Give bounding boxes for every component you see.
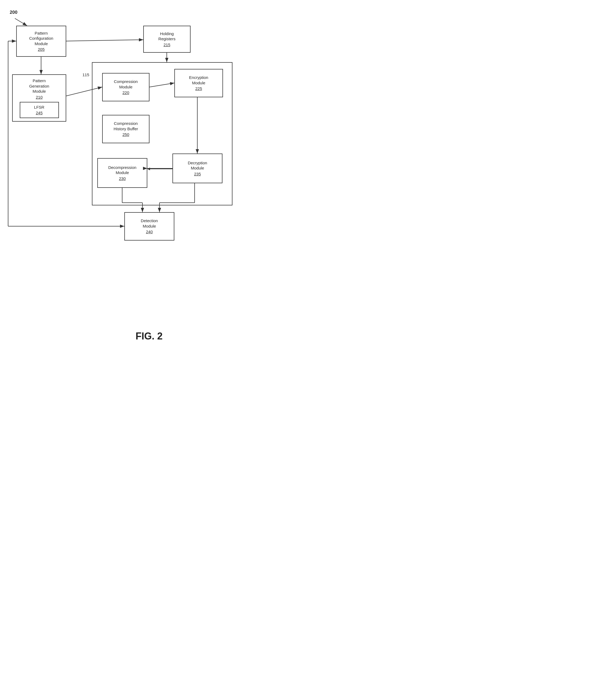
- encryption-module-number: 225: [195, 86, 202, 91]
- detection-module-number: 240: [146, 229, 153, 234]
- decompression-module-label: DecompressionModule: [108, 165, 136, 175]
- pattern-generation-box: PatternGenerationModule 210 LFSR 245: [12, 74, 66, 122]
- svg-line-4: [66, 40, 143, 41]
- pattern-config-number: 205: [38, 47, 45, 52]
- compression-history-box: CompressionHistory Buffer 250: [102, 115, 149, 143]
- ref-200-label: 200: [10, 10, 17, 15]
- figure-label: FIG. 2: [0, 330, 298, 342]
- decryption-module-label: DecryptionModule: [188, 160, 207, 171]
- ref-115-label: 115: [82, 72, 89, 77]
- diagram: 200 115 PatternConfigurationModule 205 H…: [0, 0, 298, 350]
- decryption-module-box: DecryptionModule 235: [172, 153, 222, 183]
- lfsr-number: 245: [36, 110, 43, 116]
- svg-line-2: [15, 18, 27, 26]
- holding-registers-number: 215: [164, 42, 170, 48]
- compression-history-label: CompressionHistory Buffer: [114, 121, 138, 131]
- detection-module-box: DetectionModule 240: [124, 212, 174, 241]
- encryption-module-box: EncryptionModule 225: [174, 69, 223, 97]
- compression-history-number: 250: [122, 132, 129, 137]
- pattern-config-box: PatternConfigurationModule 205: [16, 26, 66, 57]
- compression-module-number: 220: [122, 90, 129, 95]
- pattern-generation-number: 210: [36, 95, 43, 100]
- lfsr-box: LFSR 245: [20, 102, 59, 118]
- pattern-config-label: PatternConfigurationModule: [29, 30, 53, 47]
- holding-registers-label: HoldingRegisters: [158, 31, 175, 42]
- compression-module-label: CompressionModule: [114, 79, 138, 90]
- detection-module-label: DetectionModule: [141, 218, 158, 229]
- holding-registers-box: HoldingRegisters 215: [143, 26, 191, 53]
- decryption-module-number: 235: [194, 171, 201, 177]
- decompression-module-number: 230: [119, 176, 126, 181]
- decompression-module-box: DecompressionModule 230: [97, 158, 147, 188]
- lfsr-label: LFSR: [34, 105, 44, 110]
- encryption-module-label: EncryptionModule: [189, 75, 208, 85]
- compression-module-box: CompressionModule 220: [102, 73, 149, 101]
- pattern-generation-label: PatternGenerationModule: [29, 78, 49, 94]
